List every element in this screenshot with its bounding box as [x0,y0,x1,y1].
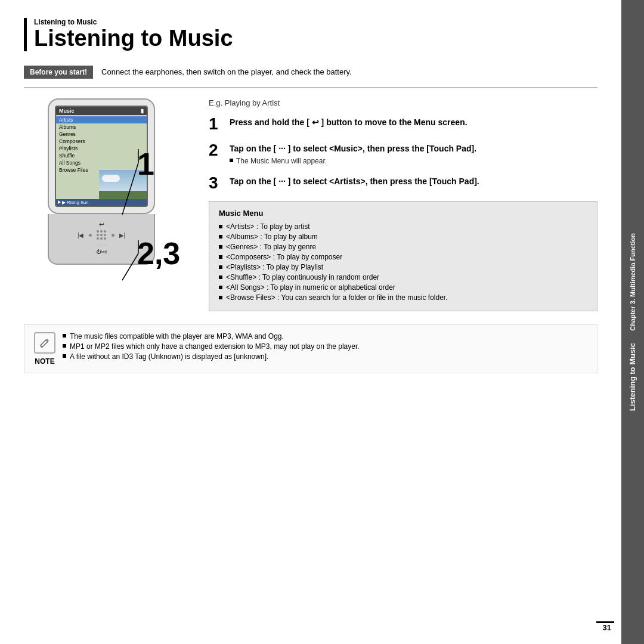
dots-indicator: · · · · [97,242,106,247]
ctrl-row-main: |◀ ▶| [55,230,148,240]
step-num-23: 2,3 [137,236,180,271]
left-column: Music ▮ Artists Albums Genres Composers … [24,98,191,312]
menu-item-artists: <Artists> : To play by artist [219,222,587,231]
step-2-number: 2 [209,142,224,159]
side-tab: Chapter 3. Multimedia Function Listening… [621,0,644,644]
before-badge: Before you start! [24,66,93,79]
menu-playlists: Playlists [56,145,147,152]
step-1-text: Press and hold the [ ↩ ] button to move … [230,117,597,129]
header-large: Listening to Music [34,26,597,51]
page-header: Listening to Music Listening to Music [24,18,597,51]
bullet [219,296,222,299]
back-button: ↩ [99,221,104,228]
now-playing-text: ▶ Rising Sun [62,200,88,205]
two-col-layout: Music ▮ Artists Albums Genres Composers … [24,98,597,312]
music-menu-box: Music Menu <Artists> : To play by artist… [209,201,597,311]
bullet [219,286,222,289]
note-item-2: MP1 or MP2 files which only have a chang… [63,342,587,351]
battery-icon: ▮ [141,108,144,114]
menu-item-playlists: <Playlists> : To play by Playlist [219,263,587,271]
note-section: NOTE The music files compatible with the… [24,324,597,373]
next-button: ▶| [119,232,126,239]
ctrl-row-dots: · · · · [55,242,148,247]
bullet [219,235,222,239]
music-menu-title: Music Menu [219,209,587,218]
device-screen: Music ▮ Artists Albums Genres Composers … [55,106,148,207]
header-small: Listening to Music [34,18,597,26]
note-icon-wrapper: NOTE [34,332,55,366]
before-text: Connect the earphones, then switch on th… [101,67,352,76]
step-1-number: 1 [209,116,224,132]
right-column: E.g. Playing by Artist 1 Press and hold … [209,98,597,312]
screen-menu: Artists Albums Genres Composers Playlist… [56,115,147,175]
step-2: 2 Tap on the [ ··· ] to select <Music>, … [209,142,597,166]
menu-item-browse-files: <Browse Files> : You can search for a fo… [219,293,587,302]
menu-genres: Genres [56,131,147,138]
eg-text: E.g. Playing by Artist [209,98,597,107]
menu-item-composers: <Composers> : To play by composer [219,253,587,261]
note-items: The music files compatible with the play… [63,332,587,363]
menu-item-albums: <Albums> : To play by album [219,233,587,241]
ctrl-row-power: ⏻/▶II [55,249,148,255]
menu-item-all-songs: <All Songs> : To play in numeric or alph… [219,283,587,292]
bullet [219,265,222,269]
menu-item-shuffle: <Shuffle> : To play continuously in rand… [219,273,587,281]
screen-header: Music ▮ [56,107,147,115]
step-2-content: Tap on the [ ··· ] to select <Music>, th… [230,142,597,166]
step-1-content: Press and hold the [ ↩ ] button to move … [230,116,597,129]
now-playing-bar: ▶ Rising Sun [56,199,147,206]
step-2-note: The Music Menu will appear. [230,157,597,165]
menu-item-genres: <Genres> : To play by genre [219,243,587,251]
ctrl-row-back: ↩ [55,221,148,228]
step-3: 3 Tap on the [ ··· ] to select <Artists>… [209,175,597,191]
bullet [219,275,222,279]
menu-albums: Albums [56,123,147,131]
menu-composers: Composers [56,138,147,145]
screen-inner: Music ▮ Artists Albums Genres Composers … [56,107,147,206]
pencil-svg [39,337,51,349]
main-content: Listening to Music Listening to Music Be… [0,0,621,644]
note-item-3: A file without an ID3 Tag (Unknown) is d… [63,352,587,361]
landscape-clouds [102,175,120,182]
step-num-1: 1 [137,146,154,182]
step-2-text: Tap on the [ ··· ] to select <Music>, th… [230,143,597,155]
note-label: NOTE [35,357,54,366]
right-dot [112,234,114,237]
bullet [219,255,222,259]
touch-pad [97,230,107,240]
page-number: 31 [603,623,611,632]
note-item-1: The music files compatible with the play… [63,332,587,340]
bullet [63,334,66,338]
play-icon [58,200,61,204]
menu-artists: Artists [56,116,147,123]
note-bullet [230,159,233,162]
before-start-section: Before you start! Connect the earphones,… [24,66,597,88]
step-2-note-text: The Music Menu will appear. [236,157,327,165]
power-button: ⏻/▶II [96,249,107,255]
prev-button: |◀ [78,232,84,239]
bullet [63,344,66,348]
menu-shuffle: Shuffle [56,152,147,159]
bullet [63,354,66,358]
step-3-text: Tap on the [ ··· ] to select <Artists>, … [230,176,597,188]
menu-all-songs: All Songs [56,159,147,166]
side-tab-section: Listening to Music [628,343,638,411]
side-tab-chapter: Chapter 3. Multimedia Function [628,233,637,331]
note-pencil-icon [34,332,55,354]
bullet [219,245,222,249]
step-3-content: Tap on the [ ··· ] to select <Artists>, … [230,175,597,188]
step-1: 1 Press and hold the [ ↩ ] button to mov… [209,116,597,132]
left-dot [89,234,92,237]
screen-title: Music [59,108,75,114]
bullet [219,225,222,228]
step-3-number: 3 [209,175,224,191]
